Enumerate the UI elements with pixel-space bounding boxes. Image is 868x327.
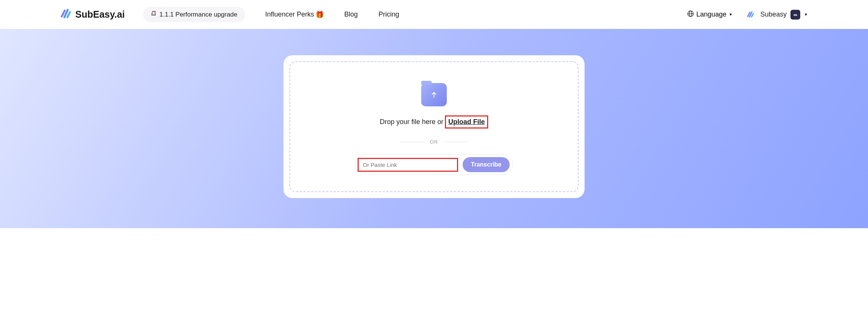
logo[interactable]: SubEasy.ai — [60, 8, 125, 21]
upload-file-link[interactable]: Upload File — [448, 118, 485, 126]
language-label: Language — [696, 11, 726, 18]
upload-dropzone[interactable]: Drop your file here or Upload File OR Tr… — [289, 61, 579, 192]
globe-icon — [687, 10, 694, 19]
upload-folder-icon — [421, 83, 447, 106]
nav-influencer-perks[interactable]: Influencer Perks🎁 — [265, 11, 324, 19]
paste-link-input[interactable] — [358, 158, 458, 172]
language-dropdown[interactable]: Language ▼ — [687, 10, 732, 19]
paste-link-row: Transcribe — [355, 154, 513, 175]
main-nav: Influencer Perks🎁 Blog Pricing — [265, 11, 399, 19]
paste-link-wrap — [358, 158, 458, 172]
header-right: Language ▼ Subeasy ∞ ▼ — [687, 9, 808, 21]
svg-point-0 — [154, 11, 156, 12]
top-header: SubEasy.ai 1.1.1 Performance upgrade Inf… — [0, 0, 868, 29]
user-menu[interactable]: Subeasy ∞ ▼ — [745, 9, 808, 21]
or-text: OR — [430, 139, 438, 145]
drop-prefix: Drop your file here or — [380, 118, 443, 126]
user-avatar-icon — [745, 9, 757, 21]
chevron-down-icon: ▼ — [804, 12, 808, 17]
brand-name: SubEasy.ai — [75, 9, 125, 20]
hero-section: Drop your file here or Upload File OR Tr… — [0, 29, 868, 228]
bell-icon — [151, 11, 157, 18]
transcribe-button[interactable]: Transcribe — [463, 157, 510, 172]
user-name: Subeasy — [760, 11, 787, 18]
drop-instruction: Drop your file here or Upload File — [380, 115, 488, 129]
announcement-pill[interactable]: 1.1.1 Performance upgrade — [143, 7, 245, 22]
announcement-text: 1.1.1 Performance upgrade — [160, 11, 238, 18]
or-divider: OR — [400, 139, 468, 145]
upload-file-highlight: Upload File — [445, 115, 488, 129]
nav-pricing[interactable]: Pricing — [379, 11, 399, 18]
gift-icon: 🎁 — [315, 11, 324, 19]
chevron-down-icon: ▼ — [729, 12, 732, 17]
plan-badge: ∞ — [790, 10, 800, 20]
nav-blog[interactable]: Blog — [344, 11, 358, 18]
upload-card: Drop your file here or Upload File OR Tr… — [283, 55, 585, 198]
logo-icon — [60, 8, 72, 21]
